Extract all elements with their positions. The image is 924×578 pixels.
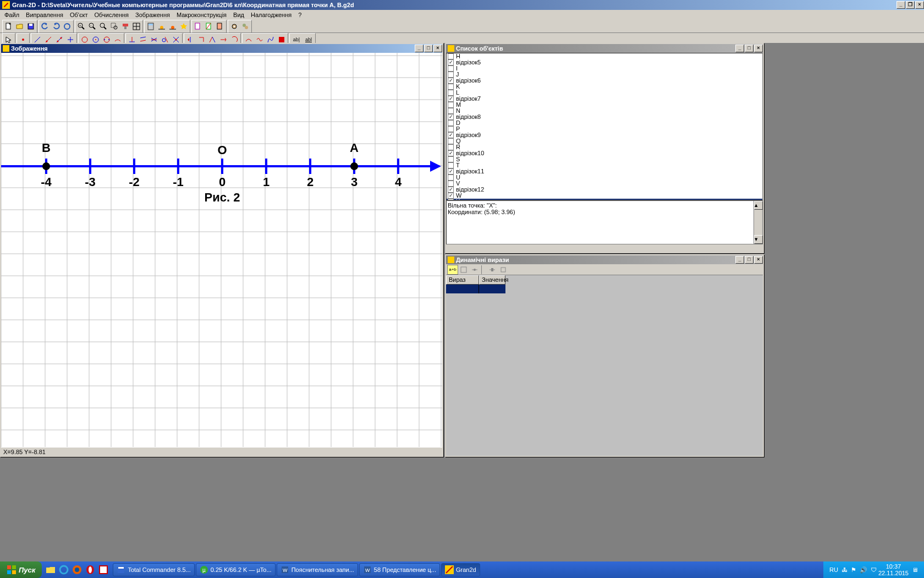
dyn-add-icon[interactable]: a+b	[447, 265, 458, 275]
refresh-icon[interactable]	[62, 21, 73, 32]
checkbox[interactable]	[448, 144, 454, 150]
dyn-cell[interactable]	[446, 285, 479, 293]
tray-flag-icon[interactable]: ⚑	[851, 566, 856, 574]
object-item[interactable]: S	[447, 156, 762, 162]
taskbar-item[interactable]: Total Commander 8.5...	[113, 563, 194, 576]
img-max-button[interactable]: □	[424, 45, 433, 52]
doc3-icon[interactable]	[215, 21, 226, 32]
dyn-num-icon[interactable]	[458, 265, 469, 275]
object-item[interactable]: ✓відрізок10	[447, 150, 762, 156]
zoom-out-icon[interactable]: -	[87, 21, 98, 32]
checkbox[interactable]	[448, 175, 454, 181]
checkbox[interactable]: ✓	[448, 114, 454, 120]
checkbox[interactable]	[448, 156, 454, 162]
new-file-icon[interactable]	[3, 21, 14, 32]
dyn-min-button[interactable]: _	[735, 256, 744, 264]
save-file-icon[interactable]	[25, 21, 36, 32]
dyn-grid[interactable]: Вираз Значення	[446, 275, 763, 456]
close-button[interactable]: ×	[915, 1, 924, 9]
object-item[interactable]: ✓W	[447, 193, 762, 199]
menu-Обчислення[interactable]: Обчислення	[91, 10, 133, 19]
checkbox[interactable]	[448, 126, 454, 132]
object-item[interactable]: I	[447, 66, 762, 72]
start-button[interactable]: Пуск	[0, 561, 42, 578]
restore-button[interactable]: ❐	[906, 1, 915, 9]
object-item[interactable]: H	[447, 53, 762, 59]
undo-icon[interactable]	[40, 21, 51, 32]
dyn-col-expr[interactable]: Вираз	[446, 275, 479, 285]
menu-Налагодження[interactable]: Налагодження	[248, 10, 295, 19]
obj-max-button[interactable]: □	[745, 45, 754, 52]
lang-indicator[interactable]: RU	[829, 566, 838, 573]
checkbox[interactable]: ✓	[448, 150, 454, 156]
dyn-stop-icon[interactable]	[498, 265, 509, 275]
grid-icon[interactable]	[131, 21, 142, 32]
taskbar-item[interactable]: WПояснительная запи...	[277, 563, 358, 576]
ql-explorer-icon[interactable]	[45, 564, 56, 575]
minimize-button[interactable]: _	[897, 1, 905, 9]
object-item[interactable]: ✓відрізок12	[447, 187, 762, 193]
clock[interactable]: 10:37 22.11.2015	[878, 563, 909, 576]
object-item[interactable]: ✓відрізок7	[447, 96, 762, 102]
ql-abbyy-icon[interactable]	[98, 564, 109, 575]
dyn-col-value[interactable]: Значення	[479, 275, 505, 285]
object-item[interactable]: Q	[447, 138, 762, 144]
checkbox[interactable]	[448, 53, 454, 59]
menu-Макроконструкція[interactable]: Макроконструкція	[173, 10, 230, 19]
checkbox[interactable]	[448, 66, 454, 72]
object-item[interactable]: K	[447, 84, 762, 90]
tray-shield-icon[interactable]: 🛡	[871, 566, 877, 573]
img-close-button[interactable]: ×	[433, 45, 442, 52]
object-item[interactable]: U	[447, 175, 762, 181]
checkbox[interactable]	[448, 90, 454, 96]
checkbox[interactable]	[448, 162, 454, 168]
checkbox[interactable]	[448, 138, 454, 144]
checkbox[interactable]: ✓	[448, 78, 454, 84]
checkbox[interactable]: ✓	[448, 59, 454, 66]
sunrise-icon[interactable]	[156, 21, 167, 32]
checkbox[interactable]	[448, 102, 454, 108]
object-item[interactable]: D	[447, 120, 762, 126]
dyn-cell[interactable]	[479, 285, 505, 293]
checkbox[interactable]: ✓	[448, 168, 454, 175]
checkbox[interactable]: ✓	[448, 132, 454, 138]
object-item[interactable]: L	[447, 90, 762, 96]
redo-icon[interactable]	[51, 21, 62, 32]
menu-Файл[interactable]: Файл	[1, 10, 23, 19]
system-tray[interactable]: RU 🖧 ⚑ 🔊 🛡 10:37 22.11.2015 🖥	[823, 561, 924, 578]
taskbar-item[interactable]: µ0.25 K/66.2 K — µTo...	[196, 563, 276, 576]
object-item[interactable]: ✓відрізок6	[447, 78, 762, 84]
checkbox[interactable]: ✓	[448, 193, 454, 199]
objects-window-title[interactable]: Список об'єктів _ □ ×	[446, 44, 763, 53]
object-item[interactable]: R	[447, 144, 762, 150]
obj-close-button[interactable]: ×	[754, 45, 763, 52]
menu-Зображення[interactable]: Зображення	[132, 10, 173, 19]
tray-sound-icon[interactable]: 🔊	[860, 566, 867, 574]
checkbox[interactable]	[448, 120, 454, 126]
checkbox[interactable]	[448, 181, 454, 187]
object-item[interactable]: ✓відрізок9	[447, 132, 762, 138]
star-icon[interactable]	[178, 21, 189, 32]
tray-monitor-icon[interactable]: 🖥	[912, 566, 918, 573]
taskbar-item[interactable]: Gran2d	[441, 563, 480, 576]
format-painter-icon[interactable]	[120, 21, 131, 32]
dyn-play-icon[interactable]	[487, 265, 498, 275]
ql-opera-icon[interactable]	[85, 564, 96, 575]
checkbox[interactable]	[448, 108, 454, 114]
checkbox[interactable]: ✓	[448, 187, 454, 193]
doc2-icon[interactable]	[204, 21, 215, 32]
checkbox[interactable]: ✓	[448, 96, 454, 102]
menu-Вид[interactable]: Вид	[230, 10, 248, 19]
object-item[interactable]: T	[447, 162, 762, 168]
dyn-max-button[interactable]: □	[745, 256, 754, 264]
scroll-down-icon[interactable]: ▾	[754, 235, 763, 244]
object-item[interactable]: ✓відрізок8	[447, 114, 762, 120]
calc-icon[interactable]	[145, 21, 156, 32]
obj-min-button[interactable]: _	[735, 45, 744, 52]
checkbox[interactable]	[448, 72, 454, 78]
tray-net-icon[interactable]: 🖧	[842, 566, 848, 573]
zoom-in-icon[interactable]: +	[76, 21, 87, 32]
gear1-icon[interactable]	[229, 21, 240, 32]
canvas-area[interactable]: -4-3-2-101234OBAРис. 2	[1, 53, 442, 447]
zoom-fit-icon[interactable]	[98, 21, 109, 32]
